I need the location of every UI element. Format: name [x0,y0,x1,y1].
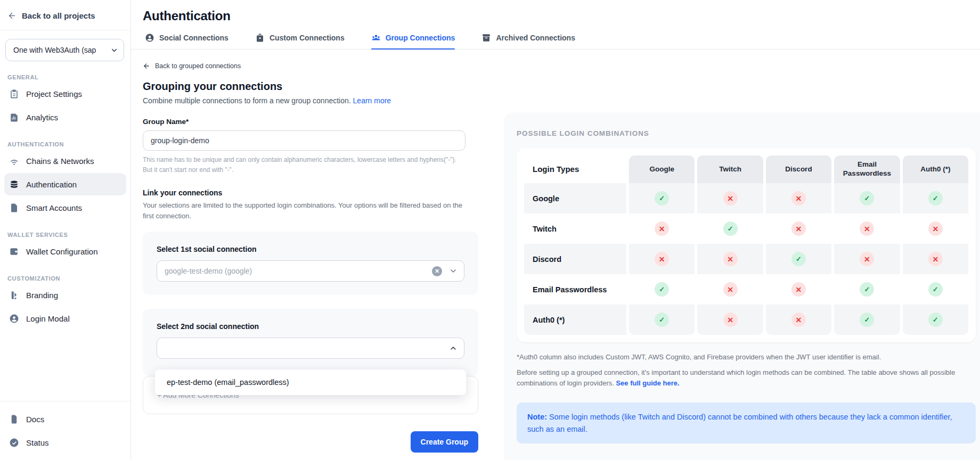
matrix-row-label: Discord [524,244,626,274]
sidebar-item-project-settings[interactable]: Project Settings [4,83,126,105]
x-icon: ✕ [723,313,738,327]
dropdown-option[interactable]: ep-test-demo (email_passwordless) [155,369,466,395]
matrix-column-header: Email Passwordless [834,155,900,183]
chevron-up-icon[interactable] [449,344,458,352]
matrix-cell-blocked: ✕ [697,183,763,213]
sidebar-item-status[interactable]: Status [4,431,126,454]
x-icon: ✕ [723,282,738,297]
group-name-input[interactable] [143,130,466,151]
project-selector-value: One with Web3Auth (sap [13,46,110,54]
project-selector[interactable]: One with Web3Auth (sap [5,39,124,61]
x-icon: ✕ [791,282,806,297]
sidebar-item-label: Authentication [26,180,77,189]
group-name-label: Group Name* [143,118,504,126]
chevron-down-icon[interactable] [449,267,458,275]
person-icon [145,33,154,43]
connection-dropdown: ep-test-demo (email_passwordless) [155,369,466,395]
matrix-cell-blocked: ✕ [697,305,763,335]
back-to-grouped-link[interactable]: Back to grouped connections [143,62,504,70]
matrix-cell-allowed: ✓ [629,274,695,305]
matrix-corner-header: Login Types [524,155,626,183]
first-connection-card: Select 1st social connection google-test… [143,232,478,295]
first-connection-value: google-test-demo (google) [165,267,432,275]
matrix-cell-blocked: ✕ [629,213,695,244]
check-icon: ✓ [655,282,669,297]
combinations-table-card: Login TypesGoogleTwitchDiscordEmail Pass… [517,148,976,342]
tab-label: Archived Connections [496,34,575,42]
guide-paragraph: Before setting up a grouped connection, … [517,367,975,389]
second-connection-label: Select 2nd social connection [157,322,464,331]
matrix-cell-blocked: ✕ [766,305,831,335]
matrix-cell-allowed: ✓ [629,183,695,213]
user-circle-icon [9,313,19,324]
second-connection-select[interactable] [157,338,464,359]
form-actions: Create Group [143,431,478,453]
matrix-cell-blocked: ✕ [834,213,900,244]
spacer [504,50,980,112]
wallet-icon [9,246,19,257]
full-guide-link[interactable]: See full guide here. [616,379,679,387]
back-to-grouped-label: Back to grouped connections [155,62,241,70]
learn-more-link[interactable]: Learn more [353,96,391,105]
sidebar-item-smart-accounts[interactable]: Smart Accounts [4,196,126,219]
sidebar-footer: DocsStatus [0,401,130,460]
sidebar-item-authentication[interactable]: Authentication [4,173,126,195]
matrix-cell-blocked: ✕ [766,213,831,244]
sidebar-item-docs[interactable]: Docs [4,408,126,430]
x-icon: ✕ [655,221,669,236]
sidebar-item-label: Project Settings [26,89,82,98]
check-icon: ✓ [655,313,669,327]
x-icon: ✕ [791,221,806,236]
check-icon: ✓ [860,191,874,206]
sidebar-item-chains-networks[interactable]: Chains & Networks [4,150,126,172]
matrix-cell-allowed: ✓ [903,183,968,213]
users-icon [371,33,381,43]
sidebar-item-branding[interactable]: Branding [4,284,126,306]
page-title: Authentication [143,9,980,23]
back-to-projects-label: Back to all projects [22,11,95,20]
check-icon: ✓ [655,191,669,206]
x-icon: ✕ [928,221,943,236]
sidebar-item-analytics[interactable]: Analytics [4,106,126,128]
tab-group-connections[interactable]: Group Connections [371,33,455,49]
matrix-column-header: Twitch [697,155,763,183]
matrix-cell-blocked: ✕ [629,244,695,274]
matrix-cell-blocked: ✕ [903,244,968,274]
matrix-column-header: Discord [766,155,831,183]
tab-archived-connections[interactable]: Archived Connections [481,33,575,49]
matrix-cell-allowed: ✓ [834,274,900,305]
second-connection-wrap: Select 2nd social connection ep-test-dem… [143,309,478,376]
sidebar-item-wallet-configuration[interactable]: Wallet Configuration [4,240,126,262]
archive-icon [481,33,491,43]
check-icon: ✓ [928,282,943,297]
arrow-left-icon [7,11,17,20]
first-connection-select[interactable]: google-test-demo (google) ✕ [157,260,464,282]
sidebar-section-label: GENERAL [7,74,130,80]
link-connections-description: Your selections are limited to the suppo… [143,200,470,221]
sidebar-item-label: Docs [26,415,44,424]
right-column: POSSIBLE LOGIN COMBINATIONS Login TypesG… [504,50,980,460]
x-icon: ✕ [723,252,738,266]
sidebar-item-label: Status [26,438,49,447]
matrix-cell-allowed: ✓ [903,305,968,335]
back-to-projects-link[interactable]: Back to all projects [0,0,130,30]
matrix-cell-blocked: ✕ [697,274,763,305]
check-icon: ✓ [860,313,874,327]
tab-bar: Social ConnectionsCustom ConnectionsGrou… [143,33,980,49]
tab-label: Custom Connections [270,34,345,42]
sidebar-section-label: AUTHENTICATION [7,141,130,147]
create-group-button[interactable]: Create Group [411,431,478,453]
matrix-cell-blocked: ✕ [697,244,763,274]
tab-custom-connections[interactable]: Custom Connections [255,33,345,49]
clipboard-icon [9,88,19,99]
matrix-cell-allowed: ✓ [766,244,831,274]
tab-social-connections[interactable]: Social Connections [145,33,228,49]
guide-text: Before setting up a grouped connection, … [517,368,955,387]
x-icon: ✕ [791,313,806,327]
matrix-row-label: Auth0 (*) [524,305,626,335]
divider [0,30,130,30]
check-icon: ✓ [791,252,806,266]
clear-selection-icon[interactable]: ✕ [432,266,442,276]
group-name-help: This name has to be unique and can only … [143,155,473,175]
sidebar-item-login-modal[interactable]: Login Modal [4,307,126,330]
